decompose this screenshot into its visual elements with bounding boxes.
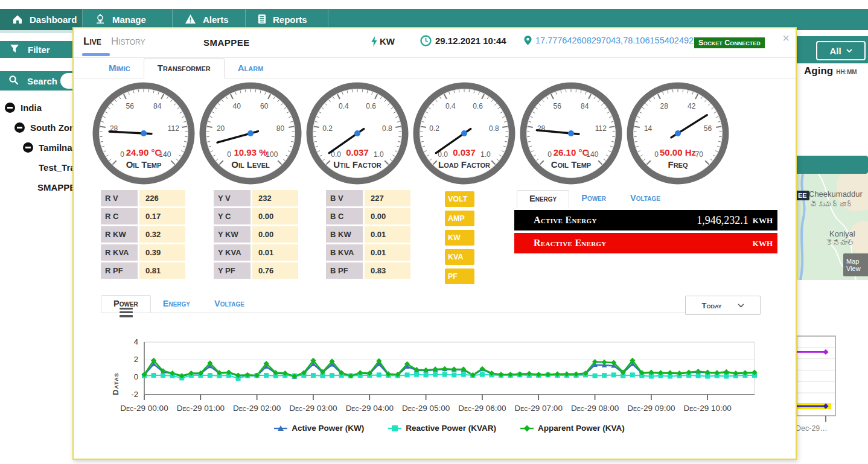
gauge-label: Freq <box>668 159 688 170</box>
tab-chart-voltage[interactable]: Voltage <box>202 296 257 313</box>
param-label: R C <box>101 208 138 224</box>
tab-alarm[interactable]: Alarm <box>225 59 277 78</box>
filter-label: Filter <box>28 45 50 55</box>
param-value: 0.17 <box>139 208 185 224</box>
gauge-tick-label: 80 <box>276 124 285 133</box>
tab-transformer[interactable]: Transformer <box>144 58 225 78</box>
device-title: SMAPPEE <box>203 37 250 48</box>
tab-chart-energy[interactable]: Energy <box>151 296 202 313</box>
tab-energy[interactable]: Energy <box>517 190 569 208</box>
gauge-value: 10.93 % <box>234 147 267 157</box>
param-label: R KVA <box>101 244 138 261</box>
quantity-label-kw: KW <box>445 230 474 246</box>
gauge-tick-label: 70 <box>695 150 704 159</box>
map-place-name: Cheekumaddur <box>809 189 863 199</box>
active-tab-underline <box>82 53 110 56</box>
unit-indicator: KW <box>369 36 395 47</box>
gauge-tick-label: 0.8 <box>489 124 499 133</box>
collapse-icon[interactable] <box>23 142 33 153</box>
table-row: Y KW0.00 <box>214 226 298 243</box>
gauge-tick-label: 14 <box>644 124 653 133</box>
gauge-tick-label: 0 <box>547 150 552 159</box>
tab-history[interactable]: History <box>111 36 145 48</box>
data-point <box>208 373 212 378</box>
all-filter-dropdown[interactable]: All <box>816 41 866 60</box>
data-point <box>152 373 156 378</box>
gauge-tick-label: 42 <box>688 102 696 110</box>
socket-status-badge: Socket Connected <box>694 37 765 48</box>
gauge-label: Coil Temp <box>551 159 591 170</box>
power-chart: -2024Dec-29 00:00Dec-29 01:00Dec-29 02:0… <box>98 330 771 456</box>
quantity-label-kva: KVA <box>445 249 474 265</box>
tab-mimic[interactable]: Mimic <box>95 59 144 78</box>
phase-table-0: R V226R C0.17R KW0.32R KVA0.39R PF0.81 <box>101 190 185 281</box>
y-tick-label: -2 <box>131 390 138 399</box>
gauge-tick-label: 0.4 <box>339 102 349 110</box>
map-view-button[interactable]: MapView <box>843 253 868 276</box>
chart-menu-icon[interactable] <box>120 308 133 319</box>
data-point <box>424 372 429 377</box>
legend-item[interactable]: Reactive Power (KVAR) <box>388 424 496 433</box>
gauge-value: 26.10 °C <box>554 147 589 157</box>
param-label: Y C <box>214 208 251 224</box>
table-row: R KVA0.39 <box>101 244 185 261</box>
gauge-label: Load Factor <box>438 159 490 170</box>
timestamp: 29.12.2021 10:44 <box>420 35 506 46</box>
tab-voltage[interactable]: Voltage <box>618 190 672 208</box>
location-pin-icon <box>523 35 533 46</box>
table-row: R PF0.81 <box>101 262 185 279</box>
table-row: B V227 <box>326 190 410 206</box>
param-label: R PF <box>101 262 138 279</box>
chevron-down-icon <box>738 304 744 308</box>
energy-row-label: Active Energy <box>534 215 597 226</box>
data-point <box>433 372 438 377</box>
data-point <box>377 372 381 377</box>
collapse-icon[interactable] <box>5 103 15 113</box>
param-value: 232 <box>252 190 298 206</box>
filter-icon <box>10 44 19 55</box>
search-icon <box>8 75 19 87</box>
nav-item-dashboard[interactable]: Dashboard <box>0 9 83 30</box>
legend-item[interactable]: Active Power (KW) <box>274 424 364 433</box>
gauge-tick-label: 60 <box>260 102 269 110</box>
legend-item[interactable]: Apparent Power (KVA) <box>520 424 625 433</box>
y-tick-label: 2 <box>134 355 138 364</box>
data-point <box>442 372 447 377</box>
tab-power[interactable]: Power <box>569 190 618 208</box>
gauge-label: Oil Temp <box>126 159 162 170</box>
gauge-tick-label: 1.0 <box>374 150 384 159</box>
collapse-icon[interactable] <box>14 122 25 133</box>
energy-row-label: Reactive Energy <box>534 238 607 249</box>
aging-unit: HH:MM <box>836 69 857 75</box>
param-label: B C <box>326 208 363 224</box>
search-label: Search <box>27 76 57 86</box>
param-label: R KW <box>101 226 138 243</box>
x-tick-label: Dec-29 01:00 <box>177 404 225 413</box>
date-range-dropdown[interactable]: Today <box>685 296 761 315</box>
location-map[interactable]: EE Cheekumaddur చీకుమద్దూర్ Koniyal కొని… <box>794 174 868 280</box>
x-tick-label: Dec-29 07:00 <box>515 404 563 413</box>
phase-table-1: Y V232Y C0.00Y KW0.00Y KVA0.01Y PF0.76 <box>214 190 298 281</box>
param-value: 0.00 <box>365 208 410 224</box>
param-label: B KVA <box>326 244 363 261</box>
param-value: 0.83 <box>365 262 410 279</box>
energy-row-unit: KWH <box>753 216 773 226</box>
map-panel-header <box>794 156 868 174</box>
manage-transformer-icon <box>95 13 106 26</box>
background-mini-chart: Dec-29… <box>794 334 868 439</box>
energy-row-value: 1,946,232.1 <box>697 214 748 227</box>
x-tick-label: Dec-29 05:00 <box>402 404 450 413</box>
energy-rows: Active Energy1,946,232.1KWHReactive Ener… <box>514 210 777 253</box>
close-icon[interactable]: × <box>782 32 790 44</box>
tab-live[interactable]: Live <box>83 36 101 48</box>
quantity-label-volt: VOLT <box>445 191 474 207</box>
map-marker-label[interactable]: EE <box>796 191 809 200</box>
energy-tabs: Energy Power Voltage <box>514 190 777 208</box>
coordinates-link[interactable]: 17.777642608297043,78.10615540249273 <box>523 35 703 46</box>
data-point <box>593 373 598 378</box>
gauge-tick-label: 0.8 <box>382 124 392 133</box>
data-point <box>480 372 485 377</box>
legend-label: Apparent Power (KVA) <box>538 424 625 433</box>
gauge-oil-level: 02040608010010.93 %Oil Level <box>197 80 304 186</box>
table-row: B PF0.83 <box>326 262 410 279</box>
